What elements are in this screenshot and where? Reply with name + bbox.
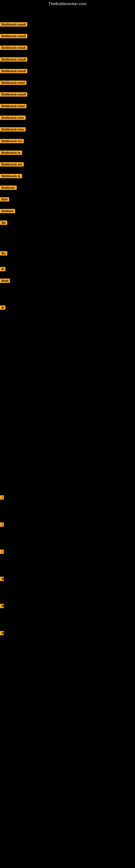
bottleneck-result-badge: Bottleneck resul [0,81,27,85]
bottleneck-result-badge: Bottl [0,279,10,283]
bottleneck-result-badge: Bott [0,197,9,202]
bottleneck-result-badge: Bottleneck result [0,34,27,38]
bottleneck-result-badge: Bottleneck resul [0,104,27,108]
bottleneck-result-badge: B [0,267,5,271]
bottleneck-result-badge: Bottleneck result [0,92,27,97]
bottleneck-result-badge: Bottleneck re [0,151,22,155]
bottleneck-result-badge: Bottleneck result [0,22,27,27]
bottleneck-result-badge: Bottleneck result [0,45,27,50]
bottleneck-result-badge: B [0,305,5,310]
bottleneck-result-badge: B [0,577,4,581]
bottleneck-result-badge: Bo [0,251,7,255]
bottleneck-result-badge: | [0,550,4,554]
bottleneck-result-badge: Bo [0,220,7,225]
bottleneck-result-badge: B [0,604,4,608]
site-title: TheBottlenecker.com [0,0,135,7]
bottleneck-result-badge: B [0,631,4,635]
bottleneck-result-badge: Bottleneck re [0,174,22,178]
bottleneck-result-badge: Bottleneck resu [0,127,26,131]
bottleneck-result-badge: Bottleneck resu [0,116,26,120]
bottleneck-result-badge: Bottleneck result [0,69,27,73]
bottleneck-result-badge: Bottlenec [0,186,17,190]
bottleneck-result-badge: | [0,522,4,527]
bottleneck-result-badge: Bottleneck res [0,162,24,166]
bottleneck-result-badge: Bottleneck result [0,57,27,62]
bottleneck-result-badge: | [0,495,4,500]
bottleneck-result-badge: Bottlene [0,209,15,213]
bottleneck-result-badge: Bottleneck res [0,139,24,143]
